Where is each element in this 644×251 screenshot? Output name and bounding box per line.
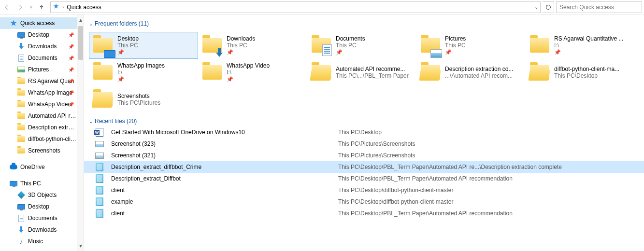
pin-icon: 📌 — [68, 90, 74, 96]
folder-tile[interactable]: DocumentsThis PC📌 — [307, 32, 416, 59]
file-name: client — [111, 210, 338, 217]
sidebar-pinned-item[interactable]: WhatsApp Video📌 — [0, 98, 77, 110]
recent-file-row[interactable]: Description_extract_DiffbotThis PC\Deskt… — [84, 173, 644, 184]
sidebar-item-label: Automated API reco — [28, 112, 77, 119]
cloud-icon — [10, 163, 17, 171]
sidebar-pinned-item[interactable]: Description extractio — [0, 122, 77, 133]
sidebar-pinned-item[interactable]: Automated API reco — [0, 110, 77, 122]
pc-icon — [10, 180, 17, 187]
sidebar-item-label: Screenshots — [28, 147, 60, 154]
file-name: client — [111, 187, 338, 194]
file-type-icon — [95, 151, 104, 160]
doc-icon — [17, 54, 25, 62]
sidebar-thispc-item[interactable]: Documents — [0, 212, 77, 224]
sidebar-item-label: Downloads — [28, 43, 57, 50]
folder-tile[interactable]: DownloadsThis PC📌 — [198, 32, 307, 59]
sidebar-thispc-item[interactable]: Desktop — [0, 201, 77, 212]
sidebar-thispc-item[interactable]: 3D Objects — [0, 189, 77, 201]
folder-tile[interactable]: PicturesThis PC📌 — [416, 32, 526, 59]
nav-up-button[interactable] — [35, 0, 48, 14]
sidebar-pinned-item[interactable]: diffbot-python-clien — [0, 133, 77, 145]
recent-file-row[interactable]: exampleThis PC\Desktop\diffbot-python-cl… — [84, 196, 644, 208]
frequent-folders-header[interactable]: ⌄ Frequent folders (11) — [84, 18, 644, 29]
sidebar-item-label: Quick access — [20, 20, 55, 27]
nav-back-button[interactable] — [0, 0, 14, 14]
file-path: This PC\Pictures\Screenshots — [338, 152, 415, 159]
sidebar-quick-access[interactable]: Quick access — [0, 17, 77, 29]
sidebar-pinned-item[interactable]: Documents📌 — [0, 52, 77, 64]
file-name: Description_extract_Diffbot — [111, 175, 338, 182]
pin-icon: 📌 — [117, 76, 165, 83]
folder-tile[interactable]: Automated API recomme...This PC\...\PBL_… — [307, 59, 416, 86]
sidebar-pinned-item[interactable]: Pictures📌 — [0, 64, 77, 75]
scroll-up-icon[interactable]: ▴ — [77, 16, 84, 23]
download-icon — [17, 226, 25, 234]
folder-icon — [17, 100, 25, 108]
sidebar-onedrive[interactable]: OneDrive — [0, 161, 77, 173]
folder-name: WhatsApp Video — [227, 62, 270, 69]
folder-icon — [17, 147, 25, 154]
sidebar-this-pc[interactable]: This PC — [0, 178, 77, 189]
recent-file-row[interactable]: clientThis PC\Desktop\PBL_Term Paper\Aut… — [84, 208, 644, 219]
recent-file-row[interactable]: Description_extract_diffbbot_CrimeThis P… — [84, 161, 644, 173]
pin-icon: 📌 — [68, 56, 74, 61]
monitor-icon — [17, 203, 25, 210]
search-input[interactable]: Search Quick access — [556, 1, 642, 13]
file-name: example — [111, 198, 338, 205]
3d-icon — [17, 191, 25, 199]
recent-file-row[interactable]: Screenshot (323)This PC\Pictures\Screens… — [84, 138, 644, 150]
folder-name: Desktop — [117, 35, 139, 42]
folder-location: This PC\Pictures — [117, 99, 160, 106]
folder-tile[interactable]: WhatsApp VideoI:\📌 — [198, 59, 307, 86]
refresh-button[interactable] — [543, 1, 554, 13]
nav-recent-dropdown[interactable]: ▾ — [27, 0, 35, 14]
scroll-thumb[interactable] — [78, 26, 83, 60]
address-history-dropdown[interactable]: ⌄ — [534, 4, 538, 10]
file-name: Get Started With Microsoft OneDrive on W… — [111, 129, 338, 136]
file-type-icon — [95, 127, 104, 137]
folder-tile[interactable]: ScreenshotsThis PC\Pictures — [89, 86, 198, 113]
star-icon — [10, 19, 17, 27]
recent-file-row[interactable]: Screenshot (321)This PC\Pictures\Screens… — [84, 150, 644, 161]
nav-forward-button[interactable] — [14, 0, 27, 14]
folder-location: This PC — [227, 42, 255, 49]
recent-files-header[interactable]: ⌄ Recent files (20) — [84, 116, 644, 126]
sidebar-pinned-item[interactable]: WhatsApp Image📌 — [0, 87, 77, 98]
section-title: Recent files (20) — [95, 118, 137, 125]
folder-icon — [17, 124, 25, 131]
sidebar-pinned-item[interactable]: Screenshots — [0, 145, 77, 156]
folder-tile[interactable]: WhatsApp ImagesI:\📌 — [89, 59, 198, 86]
file-path: This PC\Desktop — [338, 129, 382, 136]
folder-tile[interactable]: Description extraction co......\Automate… — [416, 59, 526, 86]
file-name: Screenshot (323) — [111, 140, 338, 147]
folder-tile[interactable]: DesktopThis PC📌 — [89, 32, 198, 59]
file-path: This PC\Desktop\PBL_Term Paper\Automated… — [338, 210, 513, 217]
sidebar-pinned-item[interactable]: Downloads📌 — [0, 41, 77, 52]
scroll-down-icon[interactable]: ▾ — [77, 242, 84, 249]
sidebar-scrollbar[interactable]: ▴ ▾ — [77, 14, 84, 251]
frequent-folders-grid: DesktopThis PC📌DownloadsThis PC📌Document… — [84, 29, 644, 116]
folder-tile[interactable]: RS Agarwal Quantitative ...I:\📌 — [526, 32, 635, 59]
folder-name: diffbot-python-client-ma... — [554, 66, 619, 72]
folder-location: ...\Automated API recom... — [445, 72, 513, 79]
pin-icon: 📌 — [336, 49, 365, 56]
pic-icon — [17, 66, 25, 73]
breadcrumb-separator-icon: › — [62, 4, 64, 10]
sidebar-item-label: Music — [28, 238, 43, 245]
folder-tile[interactable]: diffbot-python-client-ma...This PC\Deskt… — [526, 59, 635, 86]
sidebar-item-label: Desktop — [28, 203, 49, 210]
folder-name: Screenshots — [117, 93, 160, 99]
folder-location: This PC\...\PBL_Term Paper — [336, 72, 409, 79]
recent-file-row[interactable]: Get Started With Microsoft OneDrive on W… — [84, 126, 644, 138]
folder-location: This PC — [117, 42, 139, 49]
main-content: ⌄ Frequent folders (11) DesktopThis PC📌D… — [84, 14, 644, 251]
recent-file-row[interactable]: clientThis PC\Desktop\diffbot-python-cli… — [84, 184, 644, 196]
sidebar-thispc-item[interactable]: ♪Music — [0, 236, 77, 247]
address-bar[interactable]: › Quick access ⌄ — [50, 1, 541, 13]
breadcrumb-current[interactable]: Quick access — [67, 4, 101, 11]
sidebar-item-label: Documents — [28, 55, 57, 61]
folder-icon — [17, 112, 25, 120]
sidebar-thispc-item[interactable]: Downloads — [0, 224, 77, 236]
sidebar-pinned-item[interactable]: RS Agarwal Quan📌 — [0, 75, 77, 87]
sidebar-pinned-item[interactable]: Desktop📌 — [0, 29, 77, 41]
